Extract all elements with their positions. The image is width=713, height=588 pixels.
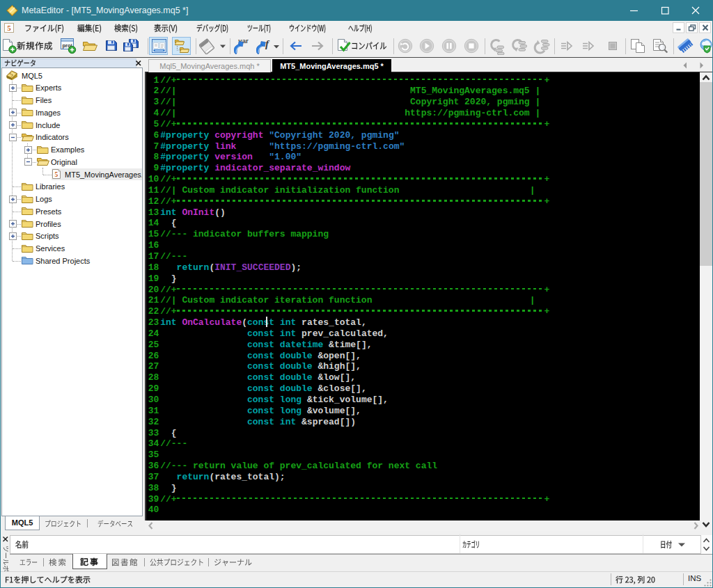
svg-text:5: 5	[7, 24, 11, 32]
svg-text:f: f	[265, 38, 270, 49]
svg-text:5: 5	[54, 171, 58, 178]
